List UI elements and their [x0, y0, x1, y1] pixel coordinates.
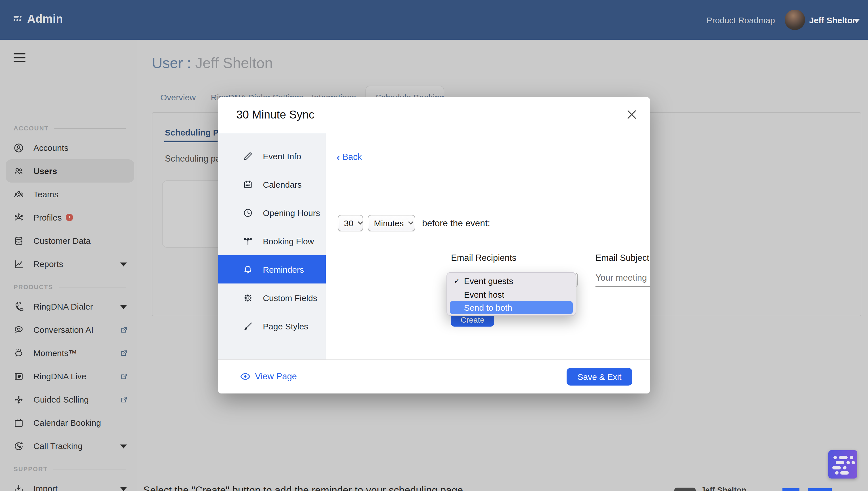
sidebar-item-accounts[interactable]: Accounts	[0, 136, 137, 159]
sidebar-item-ringdna-dialer[interactable]: RingDNA Dialer	[0, 295, 137, 318]
back-link[interactable]: ‹ Back	[337, 152, 362, 162]
sidebar-section-account: ACCOUNT	[13, 125, 126, 132]
eye-icon	[240, 373, 250, 380]
modal-body: ‹ Back 30 Minutes before the event: Emai…	[326, 133, 650, 360]
clock-icon	[243, 207, 253, 218]
interval-value-select[interactable]: 30	[338, 215, 363, 231]
calendar-icon	[13, 417, 24, 428]
newspaper-icon	[13, 371, 24, 382]
dropdown-option-event-host[interactable]: Event host	[450, 288, 573, 301]
bell-icon	[243, 264, 253, 275]
users-icon	[13, 165, 24, 177]
page-title: User : Jeff Shelton	[152, 54, 273, 72]
external-link-icon[interactable]	[120, 349, 128, 357]
save-exit-button[interactable]: Save & Exit	[566, 368, 632, 385]
recipients-dropdown-menu: ✓ Event guests Event host Send to both	[446, 272, 576, 316]
sidebar-item-import[interactable]: Import	[0, 477, 137, 491]
call-tracking-icon	[13, 440, 24, 452]
sidebar-nav: ACCOUNT Accounts Users Teams Profiles !	[0, 117, 137, 491]
clipped-link	[782, 488, 800, 491]
modal-nav: Event Info Calendars Opening Hours Booki…	[218, 133, 326, 360]
email-subject-label: Email Subject	[595, 253, 649, 263]
email-recipients-label: Email Recipients	[451, 253, 517, 263]
tab-overview[interactable]: Overview	[160, 92, 196, 102]
hamburger-menu-icon[interactable]	[13, 53, 26, 62]
sidebar: ACCOUNT Accounts Users Teams Profiles !	[0, 40, 137, 491]
dropdown-option-send-to-both[interactable]: Send to both	[450, 301, 573, 314]
external-link-icon[interactable]	[120, 372, 128, 380]
brand-name: Admin	[27, 12, 63, 26]
chevron-down-icon	[357, 221, 363, 225]
paintbrush-icon	[243, 321, 253, 331]
modal-nav-page-styles[interactable]: Page Styles	[218, 312, 326, 340]
modal-nav-reminders[interactable]: Reminders	[218, 255, 326, 284]
modal-nav-opening-hours[interactable]: Opening Hours	[218, 198, 326, 227]
chevron-down-icon	[408, 221, 413, 225]
active-subtab-underline	[164, 141, 218, 142]
move-arrows-icon	[13, 394, 24, 405]
sidebar-item-moments[interactable]: Moments™	[0, 341, 137, 365]
view-page-link[interactable]: View Page	[240, 371, 297, 382]
check-icon: ✓	[450, 277, 464, 285]
email-subject-input[interactable]: Your meeting is coming up!	[595, 273, 650, 283]
gear-icon	[243, 292, 253, 303]
modal-nav-custom-fields[interactable]: Custom Fields	[218, 284, 326, 312]
sidebar-item-call-tracking[interactable]: Call Tracking	[0, 434, 137, 458]
event-settings-modal: 30 Minute Sync Event Info Calendars Open…	[218, 97, 650, 394]
modal-footer: View Page Save & Exit	[218, 359, 650, 394]
modal-title: 30 Minute Sync	[236, 108, 314, 121]
chevron-left-icon: ‹	[337, 153, 340, 161]
user-menu-name[interactable]: Jeff Shelton	[809, 15, 858, 25]
speech-bubble-icon	[13, 324, 24, 335]
modal-nav-calendars[interactable]: Calendars	[218, 170, 326, 198]
profiles-hub-icon	[13, 212, 24, 223]
interval-unit-select[interactable]: Minutes	[368, 215, 415, 231]
sidebar-item-users[interactable]: Users	[6, 159, 134, 182]
phone-icon	[13, 301, 24, 312]
external-link-icon[interactable]	[120, 326, 128, 334]
sidebar-item-ringdna-live[interactable]: RingDNA Live	[0, 365, 137, 388]
email-subject-underline	[595, 286, 650, 287]
external-link-icon[interactable]	[120, 396, 128, 403]
tour-tooltip-text: Select the "Create" button to add the re…	[143, 485, 463, 491]
database-icon	[13, 235, 24, 247]
clipped-avatar	[674, 488, 696, 491]
before-event-text: before the event:	[422, 218, 490, 228]
team-icon	[13, 189, 24, 200]
dropdown-option-event-guests[interactable]: ✓ Event guests	[450, 275, 573, 287]
chevron-down-icon[interactable]	[120, 305, 127, 309]
moments-bubble-icon	[13, 347, 24, 358]
sidebar-item-teams[interactable]: Teams	[0, 182, 137, 206]
chevron-down-icon[interactable]	[853, 19, 860, 23]
modal-nav-booking-flow[interactable]: Booking Flow	[218, 227, 326, 255]
user-circle-icon	[13, 142, 24, 153]
avatar[interactable]	[785, 10, 805, 30]
brand: Admin	[13, 12, 63, 26]
flow-branch-icon	[243, 236, 253, 247]
chevron-down-icon[interactable]	[120, 444, 127, 448]
chevron-down-icon[interactable]	[120, 487, 127, 491]
clipped-link	[808, 488, 832, 491]
chat-widget-button[interactable]	[828, 450, 857, 479]
product-roadmap-link[interactable]: Product Roadmap	[707, 15, 775, 25]
chart-icon	[13, 258, 24, 269]
close-icon[interactable]	[626, 109, 638, 120]
sidebar-item-customer-data[interactable]: Customer Data	[0, 229, 137, 252]
sidebar-item-conversation-ai[interactable]: Conversation AI	[0, 318, 137, 341]
import-icon	[13, 483, 24, 491]
clipped-user-name: Jeff Shelton	[701, 485, 746, 491]
chevron-down-icon[interactable]	[120, 262, 127, 266]
sidebar-item-reports[interactable]: Reports	[0, 252, 137, 276]
application-window: Admin Product Roadmap Jeff Shelton ACCOU…	[0, 0, 868, 491]
sidebar-section-support: SUPPORT	[13, 465, 126, 472]
sidebar-item-guided-selling[interactable]: Guided Selling	[0, 388, 137, 411]
top-bar: Admin Product Roadmap Jeff Shelton	[0, 0, 868, 40]
sidebar-section-products: PRODUCTS	[13, 284, 126, 290]
sidebar-item-calendar-booking[interactable]: Calendar Booking	[0, 411, 137, 434]
interval-row: 30 Minutes before the event:	[338, 215, 490, 231]
modal-nav-event-info[interactable]: Event Info	[218, 142, 326, 170]
sidebar-item-profiles[interactable]: Profiles !	[0, 206, 137, 229]
scheduling-pages-text: Scheduling pages	[165, 154, 220, 164]
modal-header: 30 Minute Sync	[218, 97, 650, 133]
pencil-icon	[243, 150, 253, 161]
